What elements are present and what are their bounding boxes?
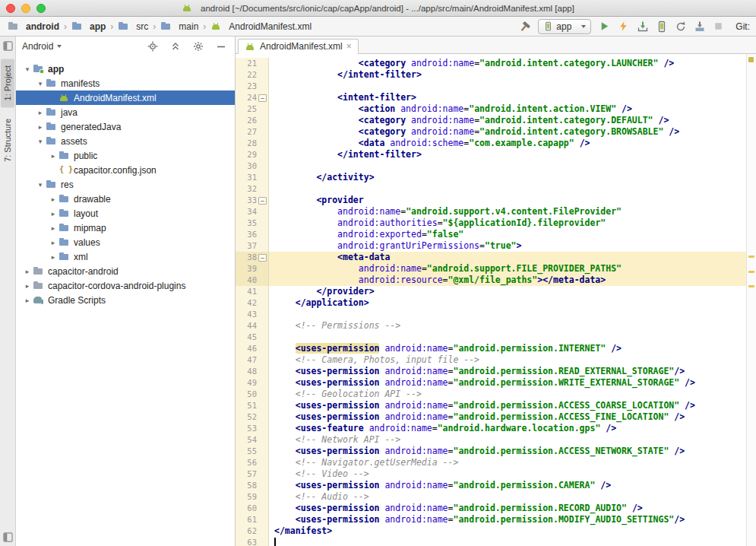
code-line-52[interactable]: 52 <uses-permission android:name="androi…	[236, 411, 746, 423]
chevron-right-icon[interactable]: ▸	[22, 282, 33, 290]
code-line-33[interactable]: 33− <provider	[236, 195, 746, 206]
tree-item-public[interactable]: ▸public	[16, 148, 235, 163]
hide-icon[interactable]	[213, 38, 229, 54]
code-line-36[interactable]: 36 android:exported="false"	[236, 229, 746, 240]
code-line-44[interactable]: 44 <!-- Permissions -->	[236, 320, 746, 332]
tree-item-capacitor-config-json[interactable]: { }capacitor.config.json	[16, 163, 235, 177]
chevron-down-icon[interactable]: ▾	[22, 65, 33, 73]
code-line-23[interactable]: 23	[236, 81, 746, 92]
tree-item-assets[interactable]: ▾assets	[16, 134, 235, 148]
code-line-51[interactable]: 51 <uses-permission android:name="androi…	[236, 400, 746, 411]
code-line-22[interactable]: 22 </intent-filter>	[236, 69, 746, 81]
code-line-60[interactable]: 60 <uses-permission android:name="androi…	[236, 503, 746, 514]
chevron-right-icon[interactable]: ▸	[48, 152, 59, 160]
stop-icon[interactable]	[710, 18, 726, 34]
breadcrumb-item-android[interactable]: android	[6, 21, 61, 33]
toggle-toolbar-icon[interactable]	[3, 532, 13, 542]
chevron-down-icon[interactable]: ▾	[35, 181, 46, 189]
tree-item-androidmanifest-xml[interactable]: AndroidManifest.xml	[16, 90, 235, 105]
project-view-selector[interactable]: Android	[22, 41, 62, 52]
code-line-53[interactable]: 53 <uses-feature android:name="android.h…	[236, 423, 746, 434]
sdk-manager-icon[interactable]	[691, 18, 707, 34]
breadcrumb-item-androidmanifest-xml[interactable]: AndroidManifest.xml	[209, 21, 313, 33]
code-line-50[interactable]: 50 <!-- Geolocation API -->	[236, 389, 746, 400]
code-line-56[interactable]: 56 <!-- Navigator.getUserMedia -->	[236, 457, 746, 468]
breadcrumb-item-app[interactable]: app	[70, 21, 107, 33]
code-line-40[interactable]: 40 android:resource="@xml/file_paths"></…	[236, 275, 746, 286]
code-line-48[interactable]: 48 <uses-permission android:name="androi…	[236, 366, 746, 377]
chevron-right-icon[interactable]: ▸	[48, 195, 59, 203]
code-line-63[interactable]: 63	[236, 537, 746, 546]
chevron-right-icon[interactable]: ▸	[48, 253, 59, 261]
tool-strip-tab-7-structure[interactable]: 7: Structure	[1, 112, 14, 169]
tree-item-xml[interactable]: ▸xml	[16, 249, 235, 264]
avd-manager-icon[interactable]	[653, 18, 669, 34]
chevron-right-icon[interactable]: ▸	[22, 297, 33, 304]
minimize-window-button[interactable]	[21, 4, 30, 13]
locate-icon[interactable]	[144, 38, 160, 54]
tree-item-capacitor-android[interactable]: ▸capacitor-android	[16, 264, 235, 278]
fold-marker[interactable]: −	[258, 197, 267, 205]
chevron-right-icon[interactable]: ▸	[22, 268, 33, 275]
code-line-21[interactable]: 21 <category android:name="android.inten…	[236, 58, 746, 69]
tree-item-app[interactable]: ▾app	[16, 62, 235, 76]
code-line-43[interactable]: 43	[236, 309, 746, 320]
code-line-47[interactable]: 47 <!-- Camera, Photos, input file -->	[236, 354, 746, 366]
tree-item-values[interactable]: ▸values	[16, 235, 235, 249]
code-line-31[interactable]: 31 </activity>	[236, 172, 746, 183]
chevron-right-icon[interactable]: ▸	[48, 210, 59, 217]
code-line-55[interactable]: 55 <uses-permission android:name="androi…	[236, 446, 746, 457]
stripe-mark[interactable]	[748, 256, 754, 258]
close-window-button[interactable]	[6, 4, 15, 13]
tool-windows-icon[interactable]	[3, 41, 13, 51]
tree-item-capacitor-cordova-android-plugins[interactable]: ▸capacitor-cordova-android-plugins	[16, 278, 235, 293]
collapse-all-icon[interactable]	[167, 38, 183, 54]
error-stripe[interactable]	[746, 54, 756, 546]
inspection-indicator[interactable]	[748, 57, 754, 62]
attach-debugger-icon[interactable]	[634, 18, 650, 34]
sync-gradle-icon[interactable]	[672, 18, 688, 34]
close-tab-icon[interactable]: ×	[346, 41, 352, 52]
code-line-37[interactable]: 37 android:grantUriPermissions="true">	[236, 240, 746, 252]
code-line-41[interactable]: 41 </provider>	[236, 286, 746, 297]
code-line-27[interactable]: 27 <category android:name="android.inten…	[236, 126, 746, 138]
tree-item-drawable[interactable]: ▸drawable	[16, 192, 235, 206]
code-line-59[interactable]: 59 <!-- Audio -->	[236, 491, 746, 503]
stripe-mark[interactable]	[748, 271, 754, 273]
code-line-34[interactable]: 34 android:name="android.support.v4.cont…	[236, 206, 746, 217]
chevron-down-icon[interactable]: ▾	[35, 80, 46, 87]
chevron-right-icon[interactable]: ▸	[35, 123, 46, 131]
code-line-39[interactable]: 39 android:name="android.support.FILE_PR…	[236, 263, 746, 275]
breadcrumb-item-src[interactable]: src	[116, 21, 150, 33]
fold-marker[interactable]: −	[258, 94, 267, 102]
code-line-54[interactable]: 54 <!-- Network API -->	[236, 434, 746, 446]
code-line-28[interactable]: 28 <data android:scheme="com.example.cap…	[236, 138, 746, 149]
tree-item-generatedjava[interactable]: ▸generatedJava	[16, 119, 235, 134]
code-line-35[interactable]: 35 android:authorities="${applicationId}…	[236, 217, 746, 229]
gear-icon[interactable]	[190, 38, 206, 54]
git-widget[interactable]: Git:	[735, 21, 750, 32]
tree-item-java[interactable]: ▸java	[16, 105, 235, 119]
code-line-45[interactable]: 45	[236, 332, 746, 343]
chevron-right-icon[interactable]: ▸	[48, 239, 59, 246]
code-line-32[interactable]: 32	[236, 183, 746, 195]
code-line-58[interactable]: 58 <uses-permission android:name="androi…	[236, 480, 746, 491]
code-line-42[interactable]: 42 </application>	[236, 297, 746, 309]
run-icon[interactable]	[596, 18, 612, 34]
editor-tab-androidmanifest[interactable]: AndroidManifest.xml ×	[238, 39, 359, 54]
code-line-61[interactable]: 61 <uses-permission android:name="androi…	[236, 514, 746, 525]
tree-item-res[interactable]: ▾res	[16, 177, 235, 192]
fold-marker[interactable]: −	[258, 254, 267, 262]
chevron-down-icon[interactable]: ▾	[35, 138, 46, 145]
code-line-49[interactable]: 49 <uses-permission android:name="androi…	[236, 377, 746, 389]
breadcrumb-item-main[interactable]: main	[159, 21, 200, 33]
chevron-right-icon[interactable]: ▸	[48, 224, 59, 232]
tree-item-mipmap[interactable]: ▸mipmap	[16, 221, 235, 235]
code-line-57[interactable]: 57 <!-- Video -->	[236, 468, 746, 480]
code-line-46[interactable]: 46 <uses-permission android:name="androi…	[236, 343, 746, 354]
code-line-38[interactable]: 38− <meta-data	[236, 252, 746, 263]
tree-item-layout[interactable]: ▸layout	[16, 206, 235, 221]
stripe-mark[interactable]	[748, 285, 754, 287]
chevron-right-icon[interactable]: ▸	[35, 109, 46, 116]
code-line-29[interactable]: 29 </intent-filter>	[236, 149, 746, 160]
